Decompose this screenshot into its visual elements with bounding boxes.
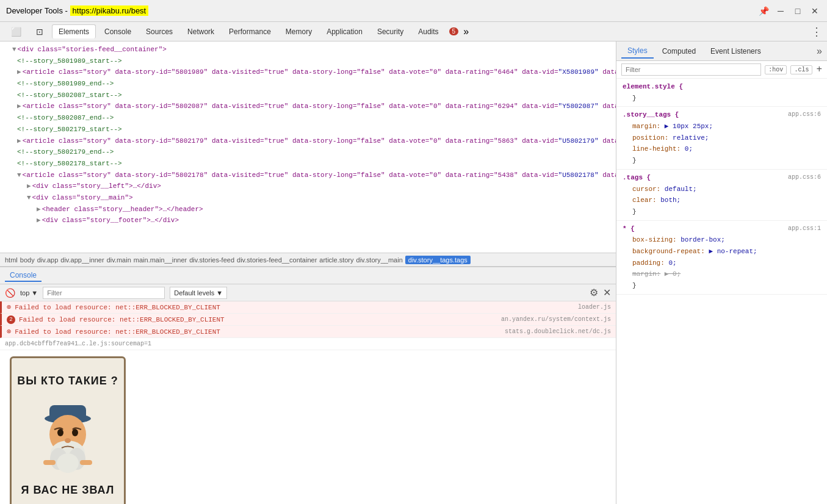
style-source-link[interactable]: app.css:1	[788, 223, 821, 234]
error-source[interactable]: an.yandex.ru/system/context.js	[501, 316, 611, 323]
error-text: Failed to load resource: net::ERR_BLOCKE…	[19, 316, 497, 323]
dom-line[interactable]: ▶<article class="story" data-story-id="5…	[0, 135, 616, 147]
expand-tri[interactable]: ▶	[17, 68, 21, 76]
pin-button[interactable]: 📌	[757, 5, 770, 17]
chevron-down-icon: ▼	[216, 289, 223, 297]
minimize-button[interactable]: ─	[775, 5, 787, 17]
breadcrumb-item[interactable]: main.main__inner	[134, 256, 187, 264]
error-source[interactable]: app.dcb4cbffbf7ea941…c.le.js:sourcemap=1	[5, 340, 151, 347]
svg-rect-10	[43, 460, 56, 465]
console-close-button[interactable]: ✕	[603, 287, 611, 298]
console-tab[interactable]: Console	[5, 270, 42, 282]
expand-tri[interactable]: ▶	[27, 182, 31, 190]
tab-event-listeners[interactable]: Event Listeners	[704, 45, 767, 58]
style-selector-line: element.style {	[623, 81, 821, 93]
breadcrumb-item[interactable]: div.story__main	[356, 256, 403, 264]
title-text: Developer Tools -	[6, 6, 70, 15]
title-controls: 📌 ─ □ ✕	[757, 5, 821, 17]
tab-styles[interactable]: Styles	[621, 44, 654, 59]
tab-memory[interactable]: Memory	[280, 25, 318, 38]
dom-line[interactable]: ▼<div class="stories-feed__container">	[0, 44, 616, 56]
main-tab-bar: ⬜ ⊡ Elements Console Sources Network Per…	[0, 22, 827, 41]
pseudo-class-button[interactable]: :hov	[765, 65, 787, 74]
dom-line[interactable]: <!--story_5802178_start-->	[0, 158, 616, 170]
tab-performance[interactable]: Performance	[223, 25, 277, 38]
console-settings-button[interactable]: ⚙	[590, 287, 598, 298]
dom-line[interactable]: ▶<header class="story__header">…</header…	[0, 204, 616, 215]
breadcrumb-item[interactable]: div.app	[37, 256, 59, 264]
tab-sources[interactable]: Sources	[140, 25, 179, 38]
dom-line[interactable]: <!--story_5802087_end-->	[0, 112, 616, 124]
tag-text: <article class="story" data-story-id="58…	[23, 171, 558, 179]
breadcrumb-item-active[interactable]: div.story__tags.tags	[405, 256, 471, 264]
style-selector-line: * { app.css:1	[623, 223, 821, 235]
breadcrumb-item[interactable]: body	[20, 256, 35, 264]
expand-tri[interactable]: ▶	[17, 137, 21, 145]
dom-line[interactable]: ▶<div class="story__footer">…</div>	[0, 215, 616, 226]
dom-line[interactable]: <!--story_5801989_end-->	[0, 78, 616, 90]
dom-line[interactable]: <!--story_5802087_start-->	[0, 90, 616, 101]
styles-filter-input[interactable]	[621, 63, 761, 76]
close-button[interactable]: ✕	[809, 5, 821, 17]
expand-tri[interactable]: ▶	[17, 103, 21, 110]
console-filter-input[interactable]	[43, 287, 165, 299]
tab-audits[interactable]: Audits	[412, 25, 444, 38]
tab-computed[interactable]: Computed	[656, 45, 702, 58]
tag-text: <article class="story" data-story-id="58…	[23, 137, 558, 145]
breadcrumb-item[interactable]: div.stories-feed	[189, 256, 234, 264]
style-property-line: margin: ▶ 0;	[623, 268, 821, 280]
expand-tri[interactable]: ▼	[17, 171, 21, 179]
tab-network[interactable]: Network	[181, 25, 220, 38]
meme-character-graphic	[28, 390, 107, 481]
tab-inspect-icon[interactable]: ⬜	[5, 24, 27, 39]
expand-tri[interactable]: ▶	[37, 217, 41, 224]
error-source[interactable]: stats.g.doubleclick.net/dc.js	[505, 328, 611, 335]
dom-line[interactable]: ▼<div class="story__main">	[0, 192, 616, 204]
levels-label: Default levels	[174, 289, 214, 297]
more-tabs-button[interactable]: »	[463, 26, 469, 37]
tag-text: <div class="story__left">…</div>	[32, 182, 161, 190]
dom-line[interactable]: <!--story_5802179_start-->	[0, 124, 616, 135]
expand-tri[interactable]: ▶	[37, 206, 41, 213]
breadcrumb-item[interactable]: div.stories-feed__container	[237, 256, 317, 264]
console-clear-button[interactable]: 🚫	[5, 288, 15, 298]
dom-line[interactable]: ▶<div class="story__left">…</div>	[0, 181, 616, 192]
dom-line[interactable]: ▶<article class="story" data-story-id="5…	[0, 101, 616, 112]
breadcrumb-item[interactable]: div.main	[107, 256, 131, 264]
console-error-message: ⊗ Failed to load resource: net::ERR_BLOC…	[0, 301, 616, 314]
attr-value: "X5801989"	[558, 68, 599, 76]
chevron-down-icon: ▼	[31, 289, 38, 297]
tab-console[interactable]: Console	[98, 25, 137, 38]
breadcrumb-item[interactable]: div.app__inner	[60, 256, 104, 264]
add-style-rule-button[interactable]: +	[816, 64, 822, 75]
cls-button[interactable]: .cls	[790, 65, 812, 74]
devtools-settings-button[interactable]: ⋮	[811, 25, 822, 38]
style-source-link[interactable]: app.css:6	[788, 172, 821, 182]
expand-tri[interactable]: ▼	[27, 194, 31, 201]
dom-line[interactable]: <!--story_5802179_end-->	[0, 146, 616, 158]
tab-security[interactable]: Security	[371, 25, 410, 38]
tab-dock-icon[interactable]: ⊡	[30, 24, 49, 39]
style-source-link[interactable]: app.css:6	[788, 109, 821, 120]
maximize-button[interactable]: □	[792, 5, 804, 17]
comment-text: <!--story_5801989_start-->	[17, 57, 122, 65]
more-tabs-button[interactable]: »	[817, 46, 822, 57]
console-context-dropdown[interactable]: top ▼	[20, 289, 38, 297]
console-info-message: app.dcb4cbffbf7ea941…c.le.js:sourcemap=1	[0, 338, 616, 350]
error-source[interactable]: loader.js	[578, 304, 611, 311]
dom-line[interactable]: ▼<article class="story" data-story-id="5…	[0, 170, 616, 181]
style-property-line: cursor: default;	[623, 184, 821, 195]
console-levels-dropdown[interactable]: Default levels ▼	[170, 287, 227, 299]
breadcrumb-item[interactable]: article.story	[319, 256, 353, 264]
dom-line[interactable]: <!--story_5801989_start-->	[0, 56, 616, 67]
expand-tri[interactable]: ▼	[12, 46, 16, 53]
tab-elements[interactable]: Elements	[52, 24, 96, 38]
tab-application[interactable]: Application	[320, 25, 369, 38]
style-property-line: }	[623, 206, 821, 218]
style-property-line: padding: 0;	[623, 257, 821, 269]
dom-tree[interactable]: ▼<div class="stories-feed__container"> <…	[0, 41, 616, 253]
style-rule: * { app.css:1 box-sizing: border-box; ba…	[616, 221, 827, 295]
style-selector-line: .tags { app.css:6	[623, 172, 821, 184]
dom-line[interactable]: ▶<article class="story" data-story-id="5…	[0, 67, 616, 78]
breadcrumb-item[interactable]: html	[5, 256, 18, 264]
